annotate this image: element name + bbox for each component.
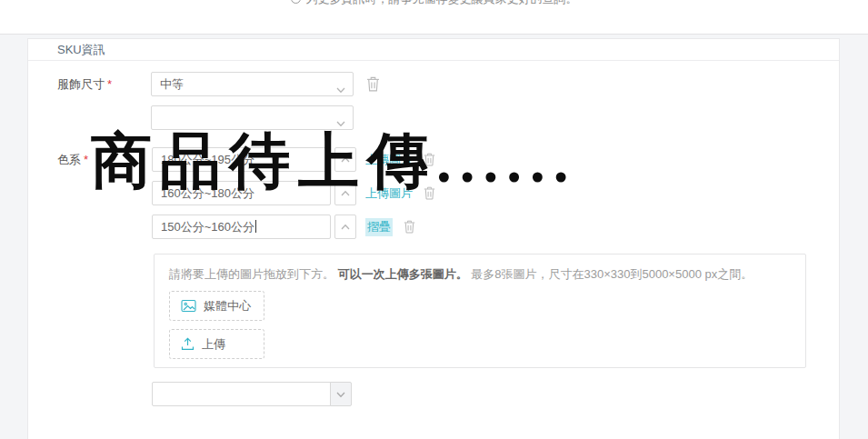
size-select-secondary[interactable] bbox=[151, 105, 354, 130]
chevron-down-icon bbox=[335, 80, 346, 96]
color-row: 150公分~160公分 摺疊 bbox=[152, 215, 435, 239]
sku-info-card: SKU資訊 服飾尺寸* 中等 色系* 180公分~195公分 bbox=[27, 38, 840, 439]
upload-image-link[interactable]: 上傳圖片 bbox=[365, 152, 413, 168]
required-asterisk: * bbox=[84, 153, 88, 166]
chevron-down-icon bbox=[335, 114, 346, 130]
section-title: SKU資訊 bbox=[28, 39, 839, 61]
collapse-toggle-button[interactable] bbox=[334, 215, 356, 239]
color-delete-button[interactable] bbox=[424, 153, 435, 166]
upload-instruction: 請將要上傳的圖片拖放到下方。 可以一次上傳多張圖片。 最多8張圖片，尺寸在330… bbox=[169, 266, 791, 283]
upload-button[interactable]: 上傳 bbox=[169, 329, 264, 359]
color-delete-button[interactable] bbox=[424, 186, 435, 200]
color-row: 180公分~195公分 上傳圖片 bbox=[152, 147, 435, 172]
notice-text: 列更多資訊時，請事先儲存變更讓買家更好的查詢。 bbox=[306, 0, 578, 5]
info-circle-icon bbox=[291, 0, 301, 4]
new-color-combobox bbox=[152, 382, 352, 406]
required-asterisk: * bbox=[107, 77, 112, 91]
collapse-toggle-button[interactable] bbox=[334, 181, 356, 205]
dropdown-open-button[interactable] bbox=[330, 382, 352, 406]
collapse-link[interactable]: 摺疊 bbox=[365, 218, 393, 236]
collapse-toggle-button[interactable] bbox=[334, 147, 356, 172]
size-field-label: 服飾尺寸* bbox=[57, 76, 112, 93]
color-delete-button[interactable] bbox=[404, 220, 415, 234]
top-notice-banner: 列更多資訊時，請事先儲存變更讓買家更好的查詢。 bbox=[0, 0, 868, 35]
color-value-input[interactable]: 160公分~180公分 bbox=[152, 181, 331, 205]
image-upload-panel: 請將要上傳的圖片拖放到下方。 可以一次上傳多張圖片。 最多8張圖片，尺寸在330… bbox=[154, 254, 806, 368]
color-field-label: 色系* bbox=[57, 152, 88, 168]
new-color-input[interactable] bbox=[152, 382, 331, 406]
color-row: 160公分~180公分 上傳圖片 bbox=[152, 181, 435, 205]
chevron-up-icon bbox=[340, 188, 351, 199]
upload-icon bbox=[181, 337, 195, 351]
color-value-input[interactable]: 150公分~160公分 bbox=[152, 215, 331, 239]
chevron-up-icon bbox=[340, 155, 351, 165]
chevron-up-icon bbox=[340, 222, 351, 233]
image-icon bbox=[181, 299, 196, 313]
color-value-input[interactable]: 180公分~195公分 bbox=[152, 147, 331, 172]
size-delete-button[interactable] bbox=[366, 76, 380, 95]
media-center-button[interactable]: 媒體中心 bbox=[169, 291, 264, 321]
size-select[interactable]: 中等 bbox=[151, 72, 354, 96]
upload-image-link[interactable]: 上傳圖片 bbox=[365, 185, 413, 202]
text-cursor bbox=[255, 220, 256, 233]
color-rows: 180公分~195公分 上傳圖片 160公分~180公分 上傳圖片 bbox=[152, 147, 435, 248]
chevron-down-icon bbox=[335, 389, 346, 400]
